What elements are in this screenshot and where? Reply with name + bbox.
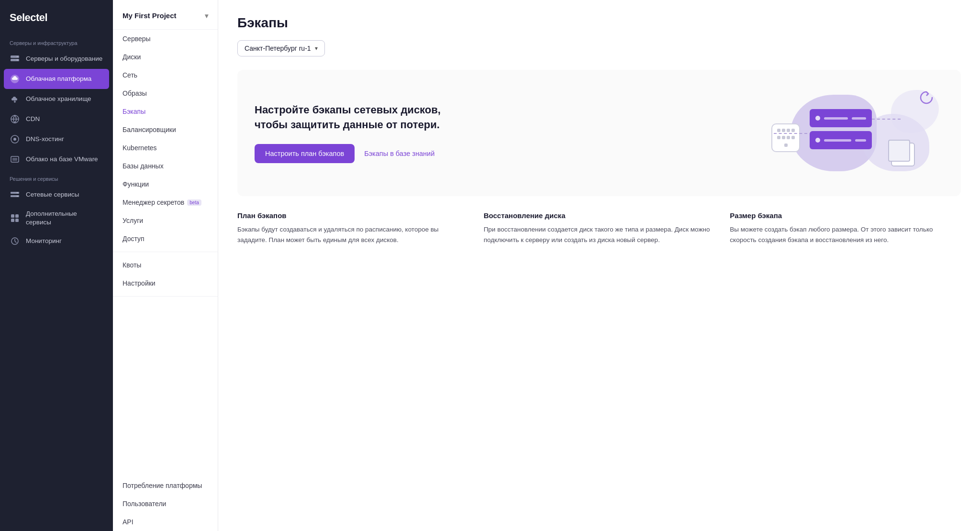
region-label: Санкт-Петербург ru-1 (245, 44, 311, 52)
subnav-api[interactable]: API (113, 513, 218, 531)
sidebar-item-label: DNS-хостинг (26, 135, 64, 144)
account-section: Потребление платформы Пользователи API (113, 476, 218, 531)
sidebar-item-cloud-platform[interactable]: Облачная платформа (4, 69, 109, 89)
hero-title: Настройте бэкапы сетевых дисков, чтобы з… (255, 103, 475, 133)
sidebar-item-label: Облако на базе VMware (26, 155, 98, 164)
dotted-line-1 (774, 133, 807, 134)
network-icon (10, 189, 20, 200)
svg-point-8 (13, 138, 16, 141)
sidebar-item-label: Мониторинг (26, 237, 62, 245)
sidebar-item-additional-services[interactable]: Дополнительные сервисы (0, 205, 113, 231)
nav-separator (113, 252, 218, 252)
subnav-platform-usage[interactable]: Потребление платформы (113, 476, 218, 495)
subnav-settings[interactable]: Настройки (113, 274, 218, 292)
info-card-text-backup-size: Вы можете создать бэкап любого размера. … (730, 224, 961, 245)
copy-icon (891, 143, 915, 166)
section-label-infra: Серверы и инфраструктура (0, 33, 113, 49)
svg-rect-16 (15, 214, 19, 218)
subnav-network[interactable]: Сеть (113, 66, 218, 84)
svg-rect-18 (15, 219, 19, 222)
subnav-functions[interactable]: Функции (113, 175, 218, 193)
chevron-down-icon: ▾ (205, 12, 208, 20)
nav-separator-2 (113, 296, 218, 297)
hero-section: Настройте бэкапы сетевых дисков, чтобы з… (237, 70, 961, 196)
region-selector[interactable]: Санкт-Петербург ru-1 ▾ (237, 40, 325, 56)
main-content: Бэкапы Санкт-Петербург ru-1 ▾ Настройте … (218, 0, 980, 531)
servers-icon (10, 54, 20, 64)
info-card-backup-plan: План бэкапов Бэкапы будут создаваться и … (237, 211, 468, 245)
info-cards: План бэкапов Бэкапы будут создаваться и … (237, 211, 961, 245)
cloud-platform-icon (10, 74, 20, 84)
server-bar-1 (810, 109, 872, 127)
hero-text: Настройте бэкапы сетевых дисков, чтобы з… (255, 103, 475, 163)
sidebar-item-network-services[interactable]: Сетевые сервисы (0, 185, 113, 205)
configure-backup-button[interactable]: Настроить план бэкапов (255, 144, 355, 163)
hero-illustration (762, 85, 944, 181)
svg-point-14 (17, 196, 18, 197)
svg-rect-12 (11, 195, 19, 197)
project-name: My First Project (122, 11, 177, 20)
project-selector[interactable]: My First Project ▾ (113, 0, 218, 30)
section-label-solutions: Решения и сервисы (0, 169, 113, 185)
sidebar-item-vmware[interactable]: Облако на базе VMware (0, 149, 113, 169)
info-card-title-backup-plan: План бэкапов (237, 211, 468, 220)
subnav-balancers[interactable]: Балансировщики (113, 121, 218, 139)
brand-logo: Selectel (0, 0, 113, 33)
sidebar-item-label: CDN (26, 115, 40, 123)
svg-rect-0 (11, 55, 19, 58)
svg-rect-11 (11, 192, 19, 194)
sidebar-item-label: Серверы и оборудование (26, 55, 102, 63)
sidebar-item-dns-hosting[interactable]: DNS-хостинг (0, 129, 113, 149)
sidebar-item-monitoring[interactable]: Мониторинг (0, 231, 113, 251)
refresh-icon (919, 90, 934, 109)
svg-rect-17 (11, 219, 14, 222)
svg-point-2 (17, 56, 18, 57)
cdn-icon (10, 114, 20, 124)
subnav-disks[interactable]: Диски (113, 48, 218, 66)
sidebar-item-cloud-storage[interactable]: Облачное хранилище (0, 89, 113, 109)
subnav-backups[interactable]: Бэкапы (113, 102, 218, 121)
subnav-quotas[interactable]: Квоты (113, 256, 218, 274)
sidebar-item-label: Сетевые сервисы (26, 190, 79, 199)
info-card-backup-size: Размер бэкапа Вы можете создать бэкап лю… (730, 211, 961, 245)
sidebar-item-label: Дополнительные сервисы (26, 210, 103, 226)
beta-badge: beta (187, 199, 201, 206)
info-card-text-backup-plan: Бэкапы будут создаваться и удаляться по … (237, 224, 468, 245)
info-card-title-disk-restore: Восстановление диска (484, 211, 715, 220)
server-bar-2 (810, 131, 872, 149)
sidebar-item-label: Облачная платформа (26, 75, 91, 83)
server-illustration (810, 109, 872, 153)
svg-rect-1 (11, 59, 19, 61)
subnav-kubernetes[interactable]: Kubernetes (113, 139, 218, 157)
chevron-down-icon: ▾ (315, 45, 318, 52)
svg-rect-10 (12, 158, 17, 161)
knowledge-base-link[interactable]: Бэкапы в базе знаний (364, 150, 434, 157)
dns-icon (10, 134, 20, 144)
page-title: Бэкапы (237, 15, 961, 31)
sidebar: Selectel Серверы и инфраструктура Сервер… (0, 0, 113, 531)
sidebar-item-cdn[interactable]: CDN (0, 109, 113, 129)
subnav-services[interactable]: Услуги (113, 211, 218, 230)
sub-panel: My First Project ▾ Серверы Диски Сеть Об… (113, 0, 218, 531)
calendar-icon (771, 123, 800, 152)
vmware-icon (10, 154, 20, 165)
subnav-users[interactable]: Пользователи (113, 495, 218, 513)
info-card-text-disk-restore: При восстановлении создается диск такого… (484, 224, 715, 245)
subnav-images[interactable]: Образы (113, 84, 218, 102)
dotted-line-2 (872, 119, 901, 120)
subnav-secrets[interactable]: Менеджер секретов beta (113, 193, 218, 211)
subnav-databases[interactable]: Базы данных (113, 157, 218, 175)
svg-point-13 (17, 192, 18, 193)
svg-rect-15 (11, 214, 14, 218)
info-card-disk-restore: Восстановление диска При восстановлении … (484, 211, 715, 245)
monitoring-icon (10, 236, 20, 246)
cloud-storage-icon (10, 94, 20, 104)
subnav-servers[interactable]: Серверы (113, 30, 218, 48)
hero-actions: Настроить план бэкапов Бэкапы в базе зна… (255, 144, 475, 163)
sidebar-item-label: Облачное хранилище (26, 95, 91, 103)
info-card-title-backup-size: Размер бэкапа (730, 211, 961, 220)
additional-icon (10, 213, 20, 223)
subnav-access[interactable]: Доступ (113, 230, 218, 248)
svg-point-3 (17, 60, 18, 61)
sidebar-item-servers-hardware[interactable]: Серверы и оборудование (0, 49, 113, 69)
